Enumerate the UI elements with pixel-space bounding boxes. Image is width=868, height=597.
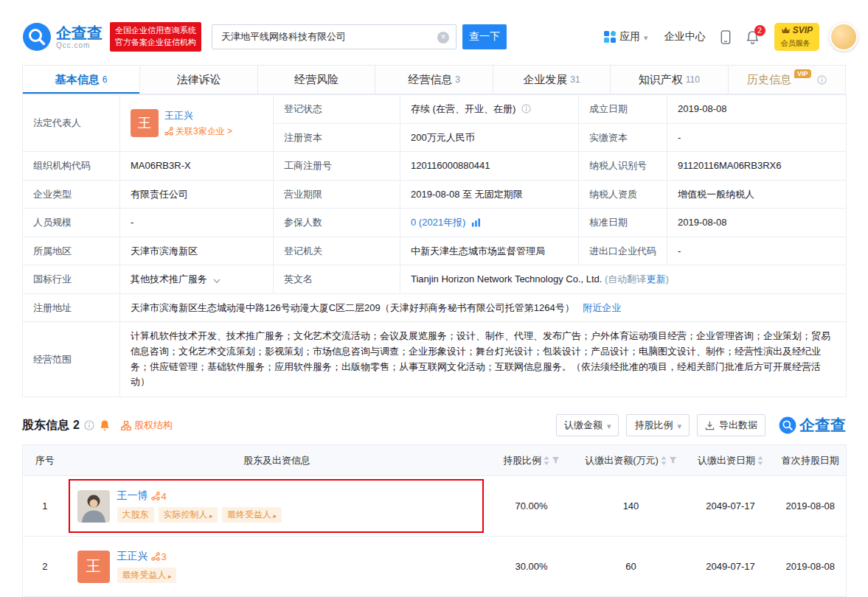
industry-dropdown-icon[interactable] xyxy=(213,279,221,284)
svip-sub-label: 会员服务 xyxy=(781,39,810,47)
svip-label: SVIP xyxy=(793,25,813,36)
banner-line1: 全国企业信用查询系统 xyxy=(115,25,196,37)
app-menu[interactable]: 应用 xyxy=(604,30,648,43)
ratio-filter-label: 持股比例 xyxy=(634,419,673,432)
tab-intellectual-property[interactable]: 知识产权 110 xyxy=(610,66,727,94)
relation-count-link[interactable]: 3 xyxy=(151,551,167,562)
tab-basic-info[interactable]: 基本信息 6 xyxy=(23,66,139,94)
notification-button[interactable]: 2 xyxy=(746,30,760,44)
sort-icon[interactable] xyxy=(544,456,549,465)
info-label: 英文名 xyxy=(274,265,400,294)
svip-badge[interactable]: SVIP 会员服务 xyxy=(774,23,819,52)
filter-icon[interactable] xyxy=(552,456,560,464)
export-label: 导出数据 xyxy=(719,419,757,432)
info-label: 国标行业 xyxy=(23,265,120,294)
reg-status-cell: 存续 (在营、开业、在册) xyxy=(400,95,579,124)
info-label: 注册地址 xyxy=(23,293,120,322)
company-type-value: 有限责任公司 xyxy=(120,180,274,209)
tab-operating-risk[interactable]: 经营风险 xyxy=(257,66,375,94)
info-label: 注册资本 xyxy=(274,123,400,152)
info-label: 企业类型 xyxy=(23,180,120,209)
amount-filter-button[interactable]: 认缴金额 xyxy=(556,414,619,436)
column-header-amount[interactable]: 认缴出资额(万元) xyxy=(576,445,687,476)
reg-authority-value: 中新天津生态城市场监督管理局 xyxy=(400,237,579,265)
annual-report-link[interactable]: (2021年报) xyxy=(419,217,466,228)
tab-label: 经营信息 xyxy=(408,73,452,87)
logo-domain: Qcc.com xyxy=(56,41,103,49)
tab-label: 历史信息 xyxy=(747,73,791,87)
info-icon[interactable] xyxy=(521,104,531,114)
legal-rep-name-link[interactable]: 王正兴 xyxy=(164,108,232,123)
qcc-logo[interactable]: 企查查 Qcc.com 全国企业信用查询系统 官方备案企业征信机构 xyxy=(22,22,201,52)
person-photo-icon xyxy=(77,490,110,523)
app-grid-icon xyxy=(604,31,616,43)
shareholder-name-link[interactable]: 王正兴 xyxy=(117,550,148,563)
column-header-date[interactable]: 认缴出资日期 xyxy=(687,445,775,476)
shareholder-row: 1 王一博 xyxy=(23,476,847,537)
info-label: 经营范围 xyxy=(23,322,120,397)
ie-code-value: - xyxy=(667,237,847,265)
clear-icon[interactable] xyxy=(437,32,449,43)
ratio-cell: 30.00% xyxy=(487,537,576,597)
legal-rep-avatar[interactable]: 王 xyxy=(131,109,159,137)
row-number: 2 xyxy=(23,537,67,597)
mobile-app-button[interactable] xyxy=(721,30,731,44)
relation-count-link[interactable]: 4 xyxy=(151,491,167,502)
info-label: 实缴资本 xyxy=(579,123,667,152)
tag-arrow-icon xyxy=(273,510,277,520)
topbar: 企查查 Qcc.com 全国企业信用查询系统 官方备案企业征信机构 天津地平线网… xyxy=(22,19,846,55)
info-label: 进出口企业代码 xyxy=(579,237,667,265)
tab-legal-litigation[interactable]: 法律诉讼 xyxy=(139,66,257,94)
date-cell: 2049-07-17 xyxy=(687,476,775,537)
sort-icon[interactable] xyxy=(661,456,667,465)
relation-icon xyxy=(151,492,160,500)
subscribe-bell-icon[interactable] xyxy=(99,419,111,431)
customer-service-avatar[interactable] xyxy=(830,23,858,51)
search-button[interactable]: 查一下 xyxy=(462,24,507,49)
shareholder-tag[interactable]: 最终受益人 xyxy=(222,507,282,523)
tab-label: 经营风险 xyxy=(294,73,338,87)
ratio-cell: 70.00% xyxy=(487,476,576,537)
search-value: 天津地平线网络科技有限公司 xyxy=(221,30,346,43)
qcc-logo-text: 企查查 Qcc.com xyxy=(56,24,103,49)
info-icon xyxy=(817,75,827,85)
equity-structure-link[interactable]: 股权结构 xyxy=(121,419,173,432)
related-companies-link[interactable]: 关联3家企业 > xyxy=(176,125,232,138)
first-date-cell: 2019-08-08 xyxy=(775,476,847,537)
tab-enterprise-development[interactable]: 企业发展 31 xyxy=(493,66,610,94)
shareholder-tag[interactable]: 实际控制人 xyxy=(159,507,218,523)
tab-count: 31 xyxy=(570,74,580,85)
shareholder-avatar-photo[interactable] xyxy=(77,490,110,523)
qcc-company-page: 企查查 Qcc.com 全国企业信用查询系统 官方备案企业征信机构 天津地平线网… xyxy=(0,0,868,597)
tab-history-info[interactable]: 历史信息 VIP xyxy=(728,66,845,94)
export-data-button[interactable]: 导出数据 xyxy=(697,414,765,436)
search-input[interactable]: 天津地平线网络科技有限公司 xyxy=(212,24,456,49)
insured-chart-icon[interactable] xyxy=(471,218,481,227)
translate-note: (自动翻译 xyxy=(605,273,646,284)
shareholder-avatar[interactable]: 王 xyxy=(77,551,110,583)
info-label: 登记状态 xyxy=(274,95,400,124)
info-label: 纳税人识别号 xyxy=(579,152,667,181)
search-area: 天津地平线网络科技有限公司 查一下 xyxy=(212,24,507,49)
shareholder-tag[interactable]: 大股东 xyxy=(117,507,154,523)
ratio-filter-button[interactable]: 持股比例 xyxy=(626,414,690,436)
amount-filter-label: 认缴金额 xyxy=(564,419,603,432)
reg-status-value: 存续 (在营、开业、在册) xyxy=(411,103,515,114)
column-header-ratio[interactable]: 持股比例 xyxy=(487,445,576,476)
info-icon[interactable] xyxy=(84,420,94,430)
phone-icon xyxy=(721,30,731,44)
shareholder-tag[interactable]: 最终受益人 xyxy=(117,568,177,583)
sort-icon[interactable] xyxy=(757,456,763,465)
filter-icon[interactable] xyxy=(669,456,677,464)
info-label: 核准日期 xyxy=(579,209,667,237)
translate-update-link[interactable]: 更新 xyxy=(646,273,665,284)
qcc-logo-icon xyxy=(779,416,796,434)
shareholder-name-link[interactable]: 王一博 xyxy=(117,489,148,503)
insured-value: 0 xyxy=(411,217,416,228)
info-label: 组织机构代码 xyxy=(23,152,120,181)
tab-operating-info[interactable]: 经营信息 3 xyxy=(375,66,492,94)
nearby-companies-link[interactable]: 附近企业 xyxy=(583,302,621,313)
enterprise-center-link[interactable]: 企业中心 xyxy=(664,30,706,43)
tab-count: 110 xyxy=(686,74,700,85)
column-header-first-date: 首次持股日期 xyxy=(775,445,847,476)
